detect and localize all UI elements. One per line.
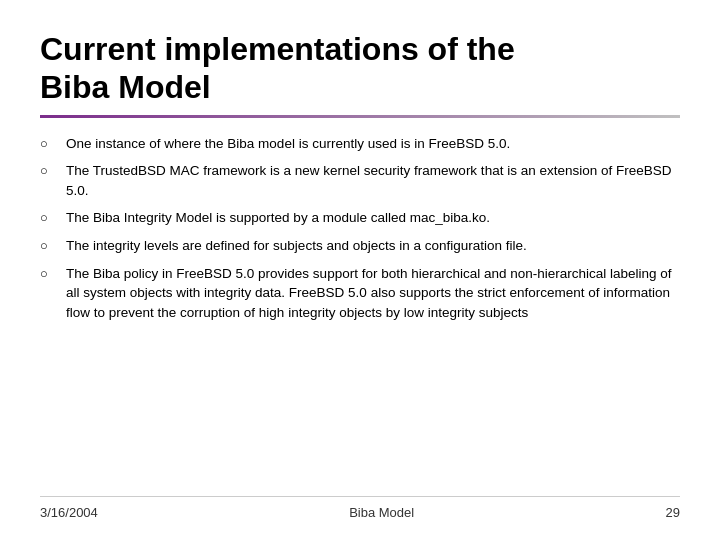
list-item: ○ The Biba Integrity Model is supported … xyxy=(40,208,680,228)
footer-center: Biba Model xyxy=(349,505,414,520)
bullet-text: The Biba policy in FreeBSD 5.0 provides … xyxy=(66,264,680,323)
list-item: ○ The integrity levels are defined for s… xyxy=(40,236,680,256)
slide-footer: 3/16/2004 Biba Model 29 xyxy=(40,496,680,520)
list-item: ○ The TrustedBSD MAC framework is a new … xyxy=(40,161,680,200)
slide: Current implementations of the Biba Mode… xyxy=(0,0,720,540)
list-item: ○ The Biba policy in FreeBSD 5.0 provide… xyxy=(40,264,680,323)
bullet-icon: ○ xyxy=(40,266,56,282)
bullet-text: The TrustedBSD MAC framework is a new ke… xyxy=(66,161,680,200)
content-area: ○ One instance of where the Biba model i… xyxy=(40,134,680,488)
list-item: ○ One instance of where the Biba model i… xyxy=(40,134,680,154)
bullet-icon: ○ xyxy=(40,163,56,179)
title-line2: Biba Model xyxy=(40,69,211,105)
title-divider xyxy=(40,115,680,118)
footer-date: 3/16/2004 xyxy=(40,505,98,520)
slide-title: Current implementations of the Biba Mode… xyxy=(40,30,680,107)
title-area: Current implementations of the Biba Mode… xyxy=(40,30,680,107)
bullet-icon: ○ xyxy=(40,238,56,254)
title-line1: Current implementations of the xyxy=(40,31,515,67)
bullet-text: The integrity levels are defined for sub… xyxy=(66,236,527,256)
footer-page: 29 xyxy=(666,505,680,520)
bullet-icon: ○ xyxy=(40,136,56,152)
bullet-icon: ○ xyxy=(40,210,56,226)
bullet-text: One instance of where the Biba model is … xyxy=(66,134,510,154)
bullet-text: The Biba Integrity Model is supported by… xyxy=(66,208,490,228)
